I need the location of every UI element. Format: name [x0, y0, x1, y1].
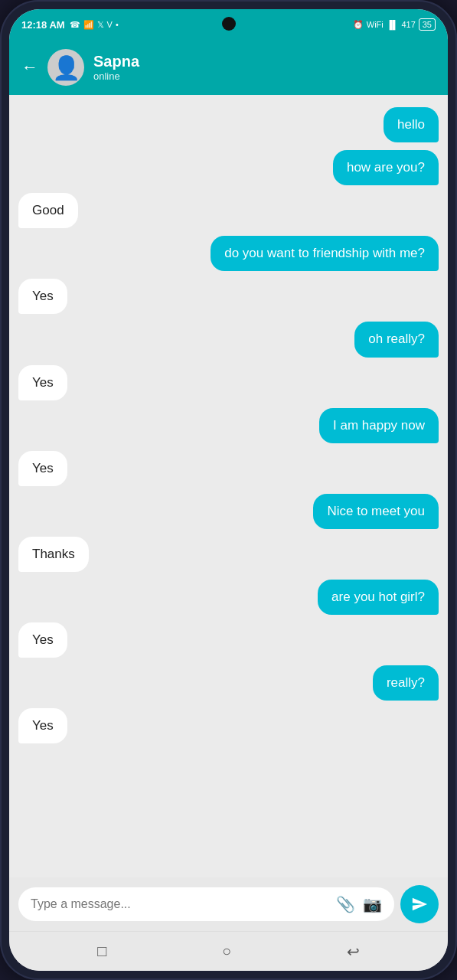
avatar-icon: 👤	[52, 54, 80, 81]
received-bubble: Yes	[18, 451, 67, 486]
camera-icon[interactable]: 📷	[363, 895, 382, 913]
voicemail-icon: ☎	[70, 20, 80, 30]
message-row: are you hot girl?	[18, 580, 439, 615]
contact-name: Sapna	[93, 53, 139, 70]
attach-icon[interactable]: 📎	[336, 895, 355, 913]
received-bubble: Yes	[18, 279, 67, 314]
message-row: oh really?	[18, 322, 439, 357]
back-button[interactable]: ←	[21, 57, 38, 77]
nav-bar: □ ○ ↩	[9, 931, 448, 971]
alarm-icon: ⏰	[353, 20, 364, 30]
contact-info: Sapna online	[93, 53, 139, 82]
message-row: Yes	[18, 451, 439, 486]
status-time: 12:18 AM	[21, 19, 65, 31]
message-row: really?	[18, 665, 439, 701]
signal-icon: ▐▌	[387, 20, 399, 29]
status-icons: ☎ 📶 𝕏 V •	[70, 20, 119, 30]
sent-bubble: are you hot girl?	[318, 580, 439, 615]
status-right: ⏰ WiFi ▐▌ 417 35	[353, 18, 436, 31]
message-row: Yes	[18, 708, 439, 743]
received-bubble: Thanks	[18, 537, 89, 572]
input-area: 📎 📷	[9, 877, 448, 931]
received-bubble: Yes	[18, 365, 67, 400]
back-nav-icon[interactable]: ↩	[347, 942, 360, 961]
vpn-icon: V	[107, 20, 113, 29]
received-bubble: Yes	[18, 622, 67, 658]
home-nav-icon[interactable]: □	[97, 942, 106, 960]
sent-bubble: hello	[384, 107, 439, 142]
sent-bubble: I am happy now	[319, 408, 439, 443]
status-left: 12:18 AM ☎ 📶 𝕏 V •	[21, 19, 119, 31]
recents-nav-icon[interactable]: ○	[222, 942, 231, 960]
chat-area: hellohow are you?Gooddo you want to frie…	[9, 95, 448, 877]
message-input-container: 📎 📷	[18, 887, 394, 921]
phone-screen: 12:18 AM ☎ 📶 𝕏 V • ⏰ WiFi ▐▌ 417 35 ←	[9, 9, 448, 971]
send-button[interactable]	[400, 885, 439, 923]
contact-status: online	[93, 70, 139, 82]
message-row: hello	[18, 107, 439, 142]
received-bubble: Yes	[18, 708, 67, 743]
sim-icon: 📶	[83, 20, 94, 30]
twitter-icon: 𝕏	[97, 20, 104, 30]
message-row: Yes	[18, 365, 439, 400]
battery-icon: 35	[419, 18, 436, 31]
chat-header: ← 👤 Sapna online	[9, 40, 448, 95]
avatar: 👤	[47, 49, 84, 86]
camera-notch	[222, 17, 236, 31]
sent-bubble: oh really?	[354, 322, 439, 357]
sent-bubble: do you want to friendship with me?	[211, 236, 439, 271]
message-row: Yes	[18, 279, 439, 314]
message-row: how are you?	[18, 150, 439, 185]
sent-bubble: how are you?	[333, 150, 439, 185]
sent-bubble: Nice to meet you	[313, 494, 439, 529]
message-row: I am happy now	[18, 408, 439, 443]
message-row: Yes	[18, 622, 439, 658]
wifi-icon: WiFi	[367, 20, 384, 29]
phone-frame: 12:18 AM ☎ 📶 𝕏 V • ⏰ WiFi ▐▌ 417 35 ←	[0, 0, 457, 980]
message-row: Good	[18, 193, 439, 228]
received-bubble: Good	[18, 193, 78, 228]
dot-icon: •	[116, 20, 119, 29]
sent-bubble: really?	[373, 665, 439, 701]
message-row: Thanks	[18, 537, 439, 572]
message-input[interactable]	[31, 897, 328, 911]
message-row: Nice to meet you	[18, 494, 439, 529]
battery-percent: 417	[401, 20, 415, 29]
message-row: do you want to friendship with me?	[18, 236, 439, 271]
